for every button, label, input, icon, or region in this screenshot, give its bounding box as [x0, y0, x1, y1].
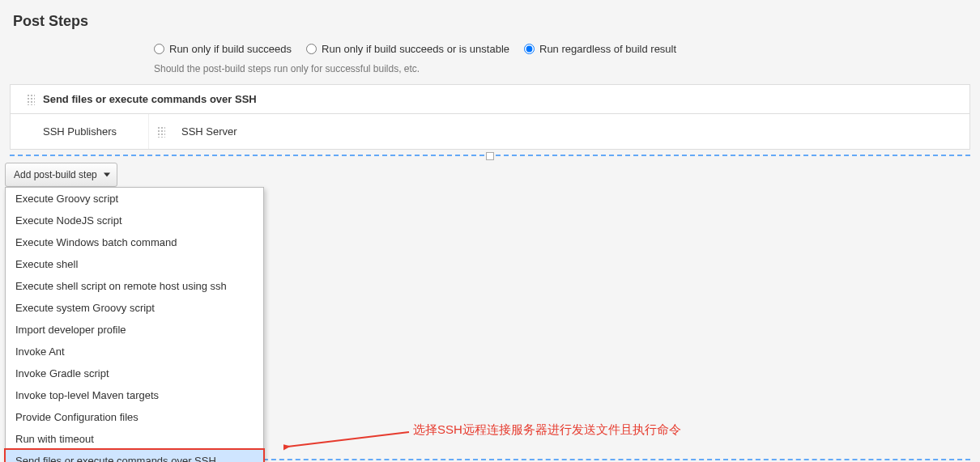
radio-regardless[interactable]: Run regardless of build result	[524, 43, 676, 55]
dropdown-item[interactable]: Send files or execute commands over SSH	[4, 448, 265, 462]
dropdown-item[interactable]: Invoke Ant	[6, 341, 263, 362]
ssh-publishers-row: SSH Publishers SSH Server	[11, 113, 969, 149]
radio-unstable[interactable]: Run only if build succeeds or is unstabl…	[306, 43, 509, 55]
ssh-server-box: SSH Server	[148, 114, 969, 149]
ssh-server-label: SSH Server	[181, 125, 237, 138]
add-step-dropdown[interactable]: Execute Groovy scriptExecute NodeJS scri…	[5, 187, 264, 462]
dropdown-item[interactable]: Execute shell	[6, 253, 263, 275]
dropdown-item[interactable]: Execute shell script on remote host usin…	[6, 275, 263, 297]
ssh-step-panel: Send files or execute commands over SSH …	[10, 84, 970, 150]
dropdown-item[interactable]: Provide Configuration files	[6, 406, 263, 428]
radio-regardless-label: Run regardless of build result	[539, 43, 676, 55]
annotation-arrow-icon	[283, 429, 413, 451]
add-post-build-step-button[interactable]: Add post-build step	[5, 163, 117, 187]
svg-line-0	[288, 432, 409, 447]
radio-succeeds-input[interactable]	[154, 44, 164, 54]
dropdown-item[interactable]: Execute Groovy script	[6, 188, 263, 210]
add-button-label: Add post-build step	[14, 169, 97, 180]
drag-handle-icon[interactable]	[27, 94, 35, 105]
annotation-text: 选择SSH远程连接服务器进行发送文件且执行命令	[413, 422, 681, 438]
run-condition-radios: Run only if build succeeds Run only if b…	[154, 43, 967, 55]
helper-text: Should the post-build steps run only for…	[154, 63, 967, 74]
radio-regardless-input[interactable]	[524, 44, 535, 54]
dropdown-item[interactable]: Invoke top-level Maven targets	[6, 384, 263, 406]
radio-unstable-label: Run only if build succeeds or is unstabl…	[322, 43, 509, 55]
ssh-panel-title: Send files or execute commands over SSH	[43, 93, 257, 105]
dropdown-item[interactable]: Execute NodeJS script	[6, 210, 263, 231]
ssh-panel-header: Send files or execute commands over SSH	[11, 85, 969, 113]
dropdown-item[interactable]: Run with timeout	[6, 428, 263, 450]
radio-succeeds-label: Run only if build succeeds	[169, 43, 292, 55]
ssh-publishers-label: SSH Publishers	[11, 114, 148, 149]
caret-down-icon	[104, 173, 110, 177]
dropdown-item[interactable]: Import developer profile	[6, 319, 263, 341]
radio-unstable-input[interactable]	[306, 44, 317, 54]
section-divider	[10, 155, 970, 156]
dropdown-item[interactable]: Invoke Gradle script	[6, 362, 263, 384]
drag-handle-icon[interactable]	[157, 126, 165, 138]
dropdown-item[interactable]: Execute Windows batch command	[6, 231, 263, 253]
resize-handle-icon[interactable]	[486, 152, 494, 160]
post-step-options: Run only if build succeeds Run only if b…	[0, 36, 980, 74]
add-step-area: Add post-build step Execute Groovy scrip…	[5, 163, 970, 187]
section-title: Post Steps	[0, 0, 980, 36]
radio-succeeds[interactable]: Run only if build succeeds	[154, 43, 292, 55]
dropdown-item[interactable]: Execute system Groovy script	[6, 297, 263, 319]
